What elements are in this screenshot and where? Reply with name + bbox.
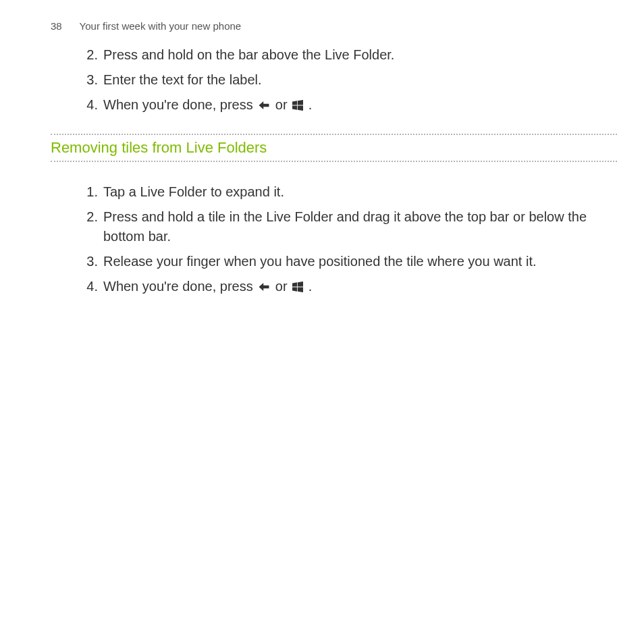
back-arrow-icon [258,278,270,298]
item-text-mid: or [275,97,291,112]
instruction-list-bottom: 1. Tap a Live Folder to expand it. 2. Pr… [51,182,617,298]
item-text: Tap a Live Folder to expand it. [103,184,284,199]
page-number: 38 [51,20,62,32]
item-number: 2. [70,207,98,227]
item-number: 1. [70,182,98,202]
back-arrow-icon [258,97,270,116]
item-text: Press and hold a tile in the Live Folder… [103,209,587,244]
windows-icon [292,278,303,298]
list-item: 3. Release your finger when you have pos… [51,252,617,271]
item-text-suffix: . [308,279,313,294]
item-text-prefix: When you're done, press [103,97,257,112]
list-item: 2. Press and hold a tile in the Live Fol… [51,207,617,246]
list-item: 2. Press and hold on the bar above the L… [51,45,617,65]
item-text-prefix: When you're done, press [103,279,257,294]
item-number: 4. [70,277,98,296]
page-header: 38 Your first week with your new phone [51,20,617,32]
item-text: Release your finger when you have positi… [103,254,537,269]
item-number: 4. [70,95,98,115]
windows-icon [292,97,303,116]
item-text: Press and hold on the bar above the Live… [103,47,394,62]
item-text: Enter the text for the label. [103,72,262,87]
list-item: 1. Tap a Live Folder to expand it. [51,182,617,202]
section-heading: Removing tiles from Live Folders [51,134,617,162]
document-page: 38 Your first week with your new phone 2… [0,0,644,644]
item-text-mid: or [275,279,291,294]
instruction-list-top: 2. Press and hold on the bar above the L… [51,45,617,116]
chapter-title: Your first week with your new phone [80,20,242,32]
list-item: 4. When you're done, press or . [51,277,617,298]
list-item: 3. Enter the text for the label. [51,70,617,90]
list-item: 4. When you're done, press or . [51,95,617,116]
item-text-suffix: . [308,97,313,112]
item-number: 2. [70,45,98,65]
item-number: 3. [70,70,98,90]
item-number: 3. [70,252,98,271]
